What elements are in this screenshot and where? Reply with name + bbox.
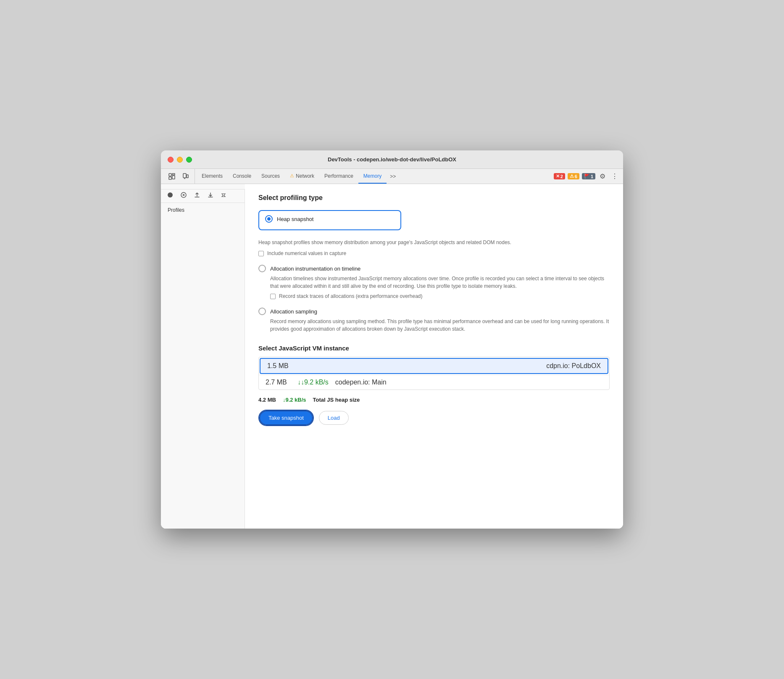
main-panel: Select profiling type Heap snapshot Heap…: [245, 184, 623, 529]
vm-2-rate: ↓↓9.2 kB/s: [297, 379, 329, 386]
stop-button[interactable]: [178, 189, 189, 201]
sidebar: Profiles: [161, 184, 245, 529]
vm-1-size: 1.5 MB: [267, 362, 292, 370]
download-button[interactable]: [205, 189, 216, 201]
allocation-sampling-radio[interactable]: [258, 308, 266, 315]
tab-elements-label: Elements: [202, 173, 223, 179]
allocation-timeline-checkbox-label: Record stack traces of allocations (extr…: [279, 293, 423, 299]
titlebar: DevTools - codepen.io/web-dot-dev/live/P…: [161, 150, 623, 169]
allocation-sampling-radio-row[interactable]: Allocation sampling: [258, 308, 610, 315]
tab-performance[interactable]: Performance: [319, 169, 358, 184]
svg-rect-4: [183, 174, 186, 178]
device-toolbar-icon[interactable]: [179, 171, 191, 182]
warning-icon: ⚠: [570, 174, 574, 179]
more-options-icon[interactable]: ⋮: [610, 171, 620, 182]
take-snapshot-button[interactable]: Take snapshot: [259, 411, 313, 425]
allocation-timeline-label: Allocation instrumentation on timeline: [270, 266, 360, 272]
vm-2-name: codepen.io: Main: [335, 379, 387, 386]
load-button[interactable]: Load: [319, 411, 349, 425]
tab-sources[interactable]: Sources: [256, 169, 285, 184]
allocation-sampling-desc: Record memory allocations using sampling…: [270, 318, 610, 333]
tab-elements[interactable]: Elements: [197, 169, 228, 184]
vm-1-name: cdpn.io: PoLdbOX: [546, 362, 601, 370]
info-badge: 🚩 1: [582, 173, 595, 179]
devtools-window: DevTools - codepen.io/web-dot-dev/live/P…: [161, 150, 623, 529]
take-snapshot-wrapper: Take snapshot: [258, 410, 314, 426]
heap-snapshot-option-wrapper: Heap snapshot: [258, 210, 401, 230]
sidebar-item-profiles-label: Profiles: [168, 207, 184, 213]
tab-console-label: Console: [233, 173, 251, 179]
settings-icon[interactable]: ⚙: [598, 171, 607, 182]
allocation-timeline-checkbox-row[interactable]: Record stack traces of allocations (extr…: [270, 293, 610, 299]
more-tabs-button[interactable]: >>: [387, 169, 399, 184]
tab-bar: Elements Console Sources ⚠ Network Perfo…: [161, 169, 623, 184]
window-title: DevTools - codepen.io/web-dot-dev/live/P…: [328, 156, 456, 163]
info-icon: 🚩: [584, 174, 590, 179]
vm-2-size: 2.7 MB: [266, 379, 291, 386]
vm-row-2[interactable]: 2.7 MB ↓↓9.2 kB/s codepen.io: Main: [259, 375, 609, 390]
allocation-timeline-checkbox[interactable]: [270, 294, 276, 299]
network-warning-icon: ⚠: [290, 173, 294, 179]
heap-snapshot-checkbox[interactable]: [258, 251, 264, 256]
footer-row: 4.2 MB ↓9.2 kB/s Total JS heap size: [258, 397, 610, 403]
maximize-button[interactable]: [186, 157, 192, 163]
error-badge: ✕ 2: [554, 173, 565, 179]
traffic-lights: [168, 157, 192, 163]
svg-point-7: [168, 192, 173, 197]
allocation-timeline-radio-row[interactable]: Allocation instrumentation on timeline: [258, 265, 610, 272]
vm-table: 1.5 MB cdpn.io: PoLdbOX 2.7 MB ↓↓9.2 kB/…: [258, 357, 610, 390]
svg-rect-1: [172, 174, 175, 175]
upload-button[interactable]: [191, 189, 203, 201]
heap-snapshot-description-block: Heap snapshot profiles show memory distr…: [258, 239, 610, 256]
tab-network[interactable]: ⚠ Network: [285, 169, 319, 184]
vm-2-rate-down-arrow: ↓: [297, 379, 301, 386]
svg-rect-3: [169, 177, 171, 179]
devtools-body: Profiles Select profiling type Heap snap…: [161, 184, 623, 529]
error-count: 2: [560, 174, 563, 179]
footer-total-size: 4.2 MB: [258, 397, 276, 403]
close-button[interactable]: [168, 157, 174, 163]
tab-console[interactable]: Console: [228, 169, 256, 184]
heap-snapshot-radio-row[interactable]: Heap snapshot: [265, 215, 395, 223]
vm-row-1[interactable]: 1.5 MB cdpn.io: PoLdbOX: [260, 358, 608, 374]
warning-badge: ⚠ 6: [568, 173, 579, 179]
footer-total-rate: ↓9.2 kB/s: [283, 397, 306, 403]
tab-performance-label: Performance: [324, 173, 353, 179]
allocation-sampling-option: Allocation sampling Record memory alloca…: [258, 308, 610, 333]
minimize-button[interactable]: [177, 157, 183, 163]
allocation-timeline-radio[interactable]: [258, 265, 266, 272]
vm-section-title: Select JavaScript VM instance: [258, 345, 610, 352]
tab-network-label: Network: [296, 173, 314, 179]
tab-memory-label: Memory: [363, 173, 381, 179]
svg-rect-0: [169, 174, 171, 176]
warning-count: 6: [575, 174, 577, 179]
footer-total-label: Total JS heap size: [313, 397, 360, 403]
allocation-sampling-label: Allocation sampling: [270, 308, 317, 315]
sidebar-item-profiles[interactable]: Profiles: [161, 205, 245, 216]
info-count: 1: [591, 174, 593, 179]
allocation-timeline-option: Allocation instrumentation on timeline A…: [258, 265, 610, 299]
heap-snapshot-desc: Heap snapshot profiles show memory distr…: [258, 239, 610, 246]
profiling-section-title: Select profiling type: [258, 194, 610, 202]
heap-snapshot-checkbox-label: Include numerical values in capture: [267, 250, 346, 256]
tab-sources-label: Sources: [261, 173, 280, 179]
svg-rect-2: [172, 176, 175, 179]
error-icon: ✕: [556, 174, 560, 179]
tab-bar-right: ✕ 2 ⚠ 6 🚩 1 ⚙ ⋮: [554, 169, 621, 184]
heap-snapshot-label: Heap snapshot: [277, 216, 313, 222]
heap-snapshot-checkbox-row[interactable]: Include numerical values in capture: [258, 250, 610, 256]
tab-memory[interactable]: Memory: [358, 169, 387, 184]
action-buttons-row: Take snapshot Load: [258, 410, 610, 426]
inspector-icon[interactable]: [166, 171, 178, 182]
clear-button[interactable]: [218, 189, 230, 201]
allocation-timeline-desc: Allocation timelines show instrumented J…: [270, 275, 610, 290]
record-button[interactable]: [164, 189, 176, 201]
heap-snapshot-radio[interactable]: [265, 215, 273, 223]
svg-rect-5: [187, 175, 188, 178]
